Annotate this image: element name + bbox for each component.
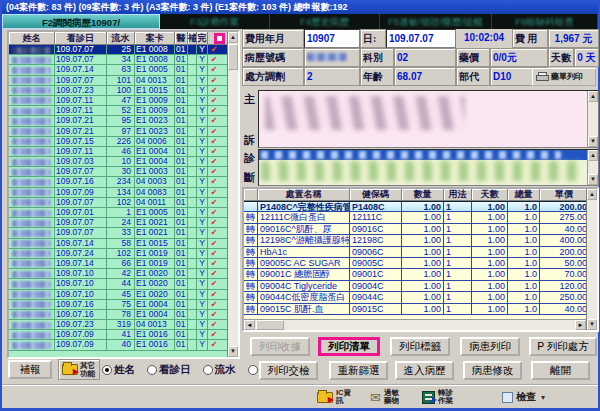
- scroll-thumb[interactable]: [228, 44, 238, 70]
- patient-row[interactable]: 109.07.1522604 000601Y✔: [9, 137, 227, 147]
- checked-icon[interactable]: ✔: [208, 86, 220, 95]
- radio-icon[interactable]: [147, 365, 157, 375]
- order-row[interactable]: 轉09001C 總膽固醇09001C1.0011.001.070.00: [244, 269, 597, 280]
- patient-row[interactable]: 109.07.2197E1 002301Y✔: [9, 127, 227, 137]
- checkbox-header-highlight[interactable]: [214, 33, 225, 44]
- checked-icon[interactable]: ✔: [208, 45, 220, 54]
- checked-icon[interactable]: ✔: [208, 198, 220, 207]
- checked-icon[interactable]: ✔: [208, 249, 220, 258]
- patient-row[interactable]: 109.07.1044E1 002001Y✔: [9, 279, 227, 289]
- scroll-down-icon[interactable]: ▼: [228, 346, 238, 357]
- patient-row[interactable]: 109.07.1623404 000301Y✔: [9, 177, 227, 187]
- checked-icon[interactable]: ✔: [208, 116, 220, 125]
- patient-row[interactable]: 109.07.1146E1 000401Y✔: [9, 147, 227, 157]
- scroll-right-icon[interactable]: ►: [575, 320, 586, 330]
- checked-icon[interactable]: ✔: [208, 157, 220, 166]
- tab-4[interactable]: F5過敏/發證/藥歷/提醒: [380, 14, 492, 29]
- patient-row[interactable]: 109.07.0310E1 000401Y✔: [9, 157, 227, 167]
- scroll-thumb[interactable]: [256, 320, 284, 330]
- patient-row[interactable]: 109.07.1147E1 000901Y✔: [9, 96, 227, 106]
- button-重新篩選[interactable]: 重新篩選: [329, 361, 388, 380]
- tab-5[interactable]: F6檢驗科檢查: [492, 14, 598, 29]
- patient-row[interactable]: 109.07.0734E1 000801Y✔: [9, 55, 227, 65]
- order-row[interactable]: 轉09016C^肌酐、尿09016C1.0011.001.040.00: [244, 224, 597, 235]
- patient-row[interactable]: 109.07.1466E1 001901Y✔: [9, 259, 227, 269]
- button-列印標籤[interactable]: 列印標籤: [390, 337, 450, 356]
- status-IC資訊[interactable]: ▶IC資訊: [317, 389, 353, 405]
- button-列印清單[interactable]: 列印清單: [318, 337, 380, 356]
- tab-2[interactable]: F3診療作業: [160, 14, 270, 29]
- patient-row[interactable]: 109.07.0913404 008301Y✔: [9, 188, 227, 198]
- date-input[interactable]: 109.07.07: [386, 29, 456, 48]
- scroll-down-icon[interactable]: ▼: [587, 319, 597, 330]
- scroll-up-icon[interactable]: ▲: [588, 150, 598, 161]
- order-row[interactable]: 轉09004C Tiglyceride09004C1.0011.001.0120…: [244, 281, 597, 292]
- checked-icon[interactable]: ✔: [208, 106, 220, 115]
- patient-row[interactable]: 109.07.0725E1 000801Y✔: [9, 45, 227, 55]
- patient-row[interactable]: 109.07.1042E1 002001Y✔: [9, 269, 227, 279]
- scroll-left-icon[interactable]: ◄: [244, 320, 255, 330]
- checked-icon[interactable]: ✔: [208, 330, 220, 339]
- subjective-textarea[interactable]: ▲ ▼: [258, 90, 599, 148]
- orders-vscrollbar[interactable]: ▲ ▼: [586, 189, 597, 330]
- scroll-up-icon[interactable]: ▲: [228, 32, 238, 43]
- checked-icon[interactable]: ✔: [208, 269, 220, 278]
- status-轉診作業[interactable]: ▶轉診作業: [422, 389, 455, 405]
- radio-icon[interactable]: [102, 365, 112, 375]
- patient-row[interactable]: 109.07.1045E1 002001Y✔: [9, 290, 227, 300]
- patient-row[interactable]: 109.07.1463E1 000501Y✔: [9, 65, 227, 75]
- patient-row[interactable]: 109.07.0710204 001101Y✔: [9, 198, 227, 208]
- checked-icon[interactable]: ✔: [208, 279, 220, 288]
- other-functions-button[interactable]: ▶ 其它功能: [58, 359, 100, 380]
- patient-row[interactable]: 109.07.0940E1 001601Y✔: [9, 340, 227, 350]
- checked-icon[interactable]: ✔: [208, 310, 220, 319]
- scroll-down-icon[interactable]: ▼: [588, 174, 598, 185]
- checked-icon[interactable]: ✔: [208, 55, 220, 64]
- diagnosis-textarea[interactable]: ▲ ▼: [258, 149, 599, 186]
- button-病患修改[interactable]: 病患修改: [463, 361, 522, 380]
- checked-icon[interactable]: ✔: [208, 208, 220, 217]
- order-row[interactable]: 轉09015C 肌酐.血09015C1.0011.001.040.00: [244, 304, 597, 315]
- checked-icon[interactable]: ✔: [208, 259, 220, 268]
- subjective-scrollbar[interactable]: ▲ ▼: [587, 91, 598, 147]
- button-病患列印[interactable]: 病患列印: [460, 337, 520, 356]
- button-列印交檢[interactable]: 列印交檢: [259, 361, 318, 380]
- checked-icon[interactable]: ✔: [208, 239, 220, 248]
- chevron-down-icon[interactable]: ▾: [541, 393, 545, 402]
- sort-radio-流水[interactable]: 流水: [203, 363, 236, 377]
- patient-list-scrollbar[interactable]: ▲ ▼: [227, 32, 238, 357]
- patient-row[interactable]: 109.07.23100E1 001501Y✔: [9, 86, 227, 96]
- patient-row[interactable]: 109.07.1152E1 000901Y✔: [9, 106, 227, 116]
- checked-icon[interactable]: ✔: [208, 167, 220, 176]
- sort-radio-看診日[interactable]: 看診日: [147, 363, 191, 377]
- checked-icon[interactable]: ✔: [208, 320, 220, 329]
- orders-hscrollbar[interactable]: ◄ ►: [244, 319, 586, 330]
- patient-row[interactable]: 109.07.0730E1 000301Y✔: [9, 167, 227, 177]
- patient-row[interactable]: 109.07.1678E1 000401Y✔: [9, 310, 227, 320]
- patient-row[interactable]: 109.07.2331904 001301Y✔: [9, 320, 227, 330]
- checked-icon[interactable]: ✔: [208, 177, 220, 186]
- order-row[interactable]: 轉09005C AC SUGAR09005C1.0011.001.050.00: [244, 258, 597, 269]
- checked-icon[interactable]: ✔: [208, 127, 220, 136]
- scroll-up-icon[interactable]: ▲: [587, 189, 597, 200]
- print-drug-list-button[interactable]: 藥單列印: [532, 68, 596, 86]
- patient-row[interactable]: 109.07.24102E1 001901Y✔: [9, 249, 227, 259]
- patient-row[interactable]: 109.07.011E1 000501Y✔: [9, 208, 227, 218]
- button-進入病歷[interactable]: 進入病歷: [395, 361, 454, 380]
- patient-row[interactable]: 109.07.1675E1 000401Y✔: [9, 300, 227, 310]
- checked-icon[interactable]: ✔: [208, 137, 220, 146]
- checked-icon[interactable]: ✔: [208, 300, 220, 309]
- status-檢查[interactable]: 檢查▾: [502, 389, 545, 405]
- order-row[interactable]: P1408C^完整性疾病管P1408C1.0011.001.0200.00: [244, 201, 597, 212]
- checked-icon[interactable]: ✔: [208, 96, 220, 105]
- checked-icon[interactable]: ✔: [208, 65, 220, 74]
- checked-icon[interactable]: ✔: [208, 340, 220, 349]
- checked-icon[interactable]: ✔: [208, 218, 220, 227]
- patient-row[interactable]: 109.07.1458E1 001501Y✔: [9, 239, 227, 249]
- diagnosis-scrollbar[interactable]: ▲ ▼: [587, 150, 598, 185]
- order-row[interactable]: 轉12198C^游離攝護腺特12198C1.0011.001.0400.00: [244, 235, 597, 246]
- patient-row[interactable]: 109.07.0724E1 002101Y✔: [9, 218, 227, 228]
- patient-row[interactable]: 109.07.0710104 001301Y✔: [9, 76, 227, 86]
- checked-icon[interactable]: ✔: [208, 228, 220, 237]
- status-過敏藥物[interactable]: ✉過敏藥物: [370, 389, 401, 405]
